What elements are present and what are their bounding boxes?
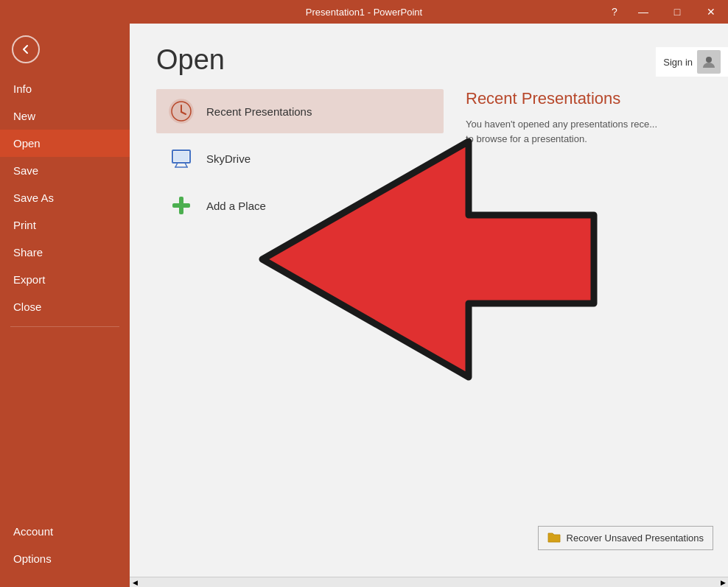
sidebar-item-print[interactable]: Print: [0, 211, 130, 239]
svg-rect-9: [174, 152, 189, 161]
sidebar: Info New Open Save Save As Print Share E…: [0, 24, 130, 587]
content-area: Recent Presentations SkyDrive: [130, 89, 728, 587]
clock-icon: [167, 96, 196, 126]
place-item-skydrive[interactable]: SkyDrive: [156, 136, 444, 180]
main-content: Sign in Open: [130, 24, 728, 587]
scroll-right-arrow[interactable]: ▶: [718, 577, 728, 588]
restore-button[interactable]: □: [660, 0, 694, 24]
sidebar-bottom: Account Options: [0, 518, 130, 587]
bottom-scrollbar: ◀ ▶: [130, 577, 728, 587]
recover-btn-container: Recover Unsaved Presentations: [538, 526, 713, 550]
sidebar-item-close[interactable]: Close: [0, 293, 130, 320]
sidebar-item-info[interactable]: Info: [0, 75, 130, 102]
sidebar-item-open[interactable]: Open: [0, 130, 130, 157]
titlebar: Presentation1 - PowerPoint ? — □ ✕: [0, 0, 728, 24]
sidebar-item-export[interactable]: Export: [0, 266, 130, 293]
sidebar-item-save-as[interactable]: Save As: [0, 184, 130, 211]
recent-label: Recent Presentations: [206, 105, 312, 118]
add-place-label: Add a Place: [206, 200, 266, 212]
signin-label[interactable]: Sign in: [663, 57, 693, 68]
minimize-button[interactable]: —: [626, 0, 660, 24]
back-circle-icon[interactable]: [12, 35, 40, 63]
app-body: Info New Open Save Save As Print Share E…: [0, 24, 728, 587]
titlebar-title: Presentation1 - PowerPoint: [306, 7, 422, 18]
titlebar-controls: ? — □ ✕: [603, 0, 728, 24]
signin-area: Sign in: [656, 47, 728, 77]
recent-panel: Recent Presentations You haven't opened …: [444, 89, 701, 587]
help-button[interactable]: ?: [603, 0, 626, 24]
scroll-left-arrow[interactable]: ◀: [130, 577, 140, 588]
recent-heading: Recent Presentations: [466, 89, 701, 108]
places-panel: Recent Presentations SkyDrive: [156, 89, 444, 587]
place-item-recent[interactable]: Recent Presentations: [156, 89, 444, 133]
sidebar-item-save[interactable]: Save: [0, 157, 130, 184]
signin-avatar[interactable]: [697, 50, 721, 74]
recent-description: You haven't opened any presentations rec…: [466, 117, 701, 146]
sidebar-item-account[interactable]: Account: [0, 518, 130, 545]
folder-icon: [547, 531, 561, 545]
scroll-track[interactable]: [140, 577, 718, 587]
recover-btn-label: Recover Unsaved Presentations: [567, 532, 704, 544]
sidebar-item-new[interactable]: New: [0, 102, 130, 130]
sidebar-divider: [10, 326, 119, 327]
page-heading: Open: [130, 24, 728, 89]
sidebar-item-options[interactable]: Options: [0, 545, 130, 572]
sidebar-item-share[interactable]: Share: [0, 239, 130, 266]
plus-icon: [167, 191, 196, 220]
monitor-icon: [167, 144, 196, 173]
skydrive-label: SkyDrive: [206, 152, 251, 165]
place-item-add[interactable]: Add a Place: [156, 183, 444, 228]
back-button[interactable]: [7, 31, 44, 68]
close-button[interactable]: ✕: [694, 0, 728, 24]
svg-rect-11: [172, 203, 190, 208]
svg-point-0: [706, 57, 712, 63]
recover-unsaved-button[interactable]: Recover Unsaved Presentations: [538, 526, 713, 550]
